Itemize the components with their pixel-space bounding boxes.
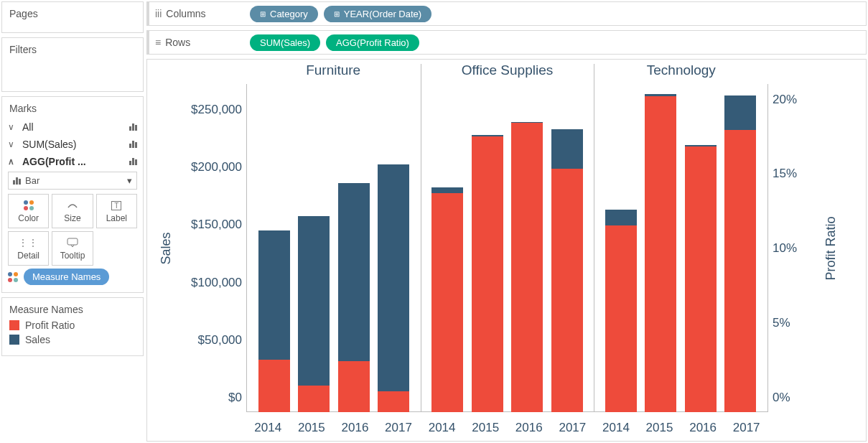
plot-area[interactable] (246, 84, 768, 412)
y-right-tick: 10% (773, 241, 797, 256)
mark-type-label: Bar (25, 175, 39, 186)
bar-stack[interactable] (338, 84, 370, 412)
marks-cell-label: Tooltip (55, 251, 89, 261)
marks-row-0[interactable]: ∨All (8, 118, 137, 136)
bar-segment-profit-ratio (378, 391, 409, 412)
x-label: 2017 (383, 421, 414, 435)
x-label: 2014 (426, 421, 458, 435)
category-divider (421, 64, 421, 412)
marks-cell-label[interactable]: TLabel (96, 194, 137, 228)
bar-segment-sales (431, 187, 463, 192)
size-icon (55, 199, 89, 212)
caret-icon: ∨ (8, 139, 18, 149)
pages-card: Pages (1, 1, 144, 33)
marks-row-label: AGG(Profit ... (22, 156, 86, 167)
bar-stack[interactable] (378, 84, 409, 412)
filters-card: Filters (1, 37, 144, 92)
caret-icon: ∧ (8, 157, 18, 167)
columns-shelf[interactable]: iii Columns ⊞Category⊞YEAR(Order Date) (146, 1, 867, 26)
pill-label: YEAR(Order Date) (344, 9, 421, 19)
bar-stack[interactable] (551, 84, 583, 412)
legend-label: Sales (25, 334, 50, 345)
bar-segment-profit-ratio (724, 130, 756, 412)
y-right-title: Profit Ratio (823, 216, 839, 280)
legend-item[interactable]: Sales (9, 332, 136, 347)
row-pill[interactable]: SUM(Sales) (250, 34, 320, 51)
bar-segment-profit-ratio (605, 225, 637, 412)
marks-cell-label: Label (100, 213, 134, 223)
column-pill[interactable]: ⊞Category (250, 6, 318, 22)
marks-row-label: All (22, 121, 34, 133)
row-pill[interactable]: AGG(Profit Ratio) (326, 34, 419, 51)
bar-stack[interactable] (431, 84, 463, 412)
color-dots-icon (8, 272, 18, 282)
category-header: Furniture (246, 62, 420, 78)
bar-segment-sales (605, 210, 637, 226)
bar-segment-profit-ratio (551, 169, 583, 412)
category-group (594, 84, 767, 412)
bar-segment-sales (551, 129, 583, 169)
y-left-title: Sales (159, 232, 174, 264)
rows-icon: ≡ (155, 37, 161, 48)
legend-item[interactable]: Profit Ratio (9, 318, 136, 332)
category-divider (594, 64, 594, 412)
y-right-tick: 20% (773, 93, 797, 107)
marks-cell-label: Color (11, 213, 45, 223)
x-label: 2017 (556, 421, 588, 435)
bar-icon (129, 158, 137, 165)
x-label: 2015 (296, 421, 327, 435)
marks-row-2[interactable]: ∧AGG(Profit ... (8, 153, 137, 170)
label-icon: T (100, 199, 134, 212)
bar-segment-profit-ratio (258, 360, 290, 412)
bar-stack[interactable] (511, 84, 543, 412)
legend-swatch (9, 320, 19, 330)
y-left-tick: $250,000 (191, 103, 242, 117)
bar-stack[interactable] (724, 84, 756, 412)
bar-segment-profit-ratio (338, 361, 370, 412)
x-group: 2014201520162017 (420, 421, 594, 435)
y-left-tick: $100,000 (191, 276, 242, 290)
rows-shelf[interactable]: ≡ Rows SUM(Sales)AGG(Profit Ratio) (146, 30, 867, 55)
x-label: 2014 (252, 421, 284, 435)
plus-icon: ⊞ (334, 10, 340, 18)
bar-segment-sales (378, 164, 409, 391)
pill-label: SUM(Sales) (260, 37, 310, 48)
marks-cell-detail[interactable]: ⋮⋮Detail (8, 231, 49, 266)
bar-stack[interactable] (605, 84, 637, 412)
mark-type-dropdown[interactable]: Bar ▾ (8, 172, 137, 190)
marks-cell-label: Size (55, 213, 89, 223)
caret-icon: ∨ (8, 122, 18, 132)
x-label: 2015 (470, 421, 501, 435)
bar-stack[interactable] (645, 84, 676, 412)
svg-rect-0 (67, 238, 78, 245)
pages-title: Pages (2, 2, 143, 32)
left-panel: Pages Filters Marks ∨All∨SUM(Sales)∧AGG(… (0, 0, 145, 443)
bar-stack[interactable] (472, 84, 503, 412)
x-label: 2017 (731, 421, 762, 435)
marks-cell-size[interactable]: Size (52, 194, 93, 228)
chart-viz: FurnitureOffice SuppliesTechnology Sales… (146, 59, 867, 442)
detail-icon: ⋮⋮ (11, 236, 45, 249)
bar-segment-profit-ratio (685, 146, 717, 412)
measure-names-pill[interactable]: Measure Names (24, 269, 109, 285)
y-right-tick: 15% (773, 167, 797, 181)
bar-segment-profit-ratio (472, 136, 503, 412)
column-pill[interactable]: ⊞YEAR(Order Date) (324, 6, 431, 22)
bar-segment-profit-ratio (298, 386, 330, 412)
bar-segment-sales (258, 230, 290, 360)
pill-label: Category (270, 9, 308, 19)
rows-label: Rows (165, 37, 190, 48)
category-group (247, 84, 421, 412)
bar-icon (129, 141, 137, 148)
marks-row-label: SUM(Sales) (22, 139, 76, 150)
marks-cell-tooltip[interactable]: Tooltip (52, 231, 93, 266)
marks-cell-color[interactable]: Color (8, 194, 49, 228)
bar-stack[interactable] (298, 84, 330, 412)
bar-stack[interactable] (258, 84, 290, 412)
marks-cell-label: Detail (11, 251, 45, 261)
columns-icon: iii (155, 8, 162, 19)
marks-row-1[interactable]: ∨SUM(Sales) (8, 136, 137, 153)
legend-card: Measure Names Profit RatioSales (1, 297, 144, 356)
tooltip-icon (55, 236, 89, 249)
bar-stack[interactable] (685, 84, 717, 412)
